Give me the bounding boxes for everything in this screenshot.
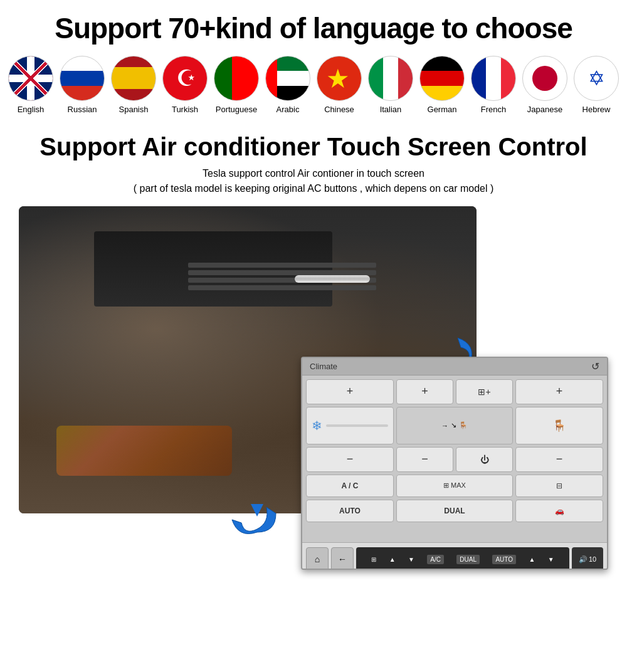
rear-vent-btn[interactable]: 🚗	[515, 500, 603, 522]
lang-german: German	[416, 105, 468, 114]
footer-ac-label: A/C	[427, 555, 444, 564]
ac-section: Support Air conditioner Touch Screen Con…	[19, 133, 608, 196]
image-section: Climate ↺ + ❄ − A / C AUTO	[19, 206, 608, 570]
seat-heat-area[interactable]: → ↘ 🪑	[396, 407, 513, 444]
temp-left-plus-btn[interactable]: +	[306, 379, 394, 404]
temp-right-plus-btn[interactable]: +	[515, 379, 603, 404]
ac-subtitle-1: Tesla support control Air contioner in t…	[19, 166, 608, 181]
lang-hebrew: Hebrew	[571, 105, 622, 114]
climate-label: Climate	[310, 362, 337, 371]
seat-icon: 🪑	[459, 421, 468, 429]
up-arrow-2-icon: ▲	[529, 556, 535, 563]
temp-left-minus-btn[interactable]: −	[306, 447, 394, 472]
ac-vent-area	[94, 231, 332, 307]
climate-footer: ⌂ ← ⊞ ▲ ▼ A/C DUAL AUTO ▲ ▼ 🔊 10	[302, 542, 607, 570]
svg-marker-1	[251, 504, 263, 517]
flag-italy	[368, 56, 413, 101]
lang-italian: Italian	[365, 105, 416, 114]
chrome-handle	[295, 275, 370, 283]
wood-trim	[56, 426, 232, 476]
direction-right-icon: →	[441, 422, 448, 429]
footer-auto-label: AUTO	[492, 555, 516, 564]
lang-portuguese: Portuguese	[211, 105, 262, 114]
flag-japan	[522, 56, 567, 101]
fan-speed-control[interactable]: ❄	[306, 407, 394, 444]
flag-france	[471, 56, 516, 101]
climate-right-col: + 🪑 − ⊟ 🚗	[515, 379, 603, 538]
temp-right-minus-btn[interactable]: −	[515, 447, 603, 472]
power-btn[interactable]: ⏻	[456, 447, 513, 472]
flags-section	[19, 56, 608, 101]
dual-btn[interactable]: DUAL	[396, 500, 513, 522]
climate-body: + ❄ − A / C AUTO + ⊞+ →	[302, 375, 607, 542]
home-btn[interactable]: ⌂	[306, 547, 329, 570]
flag-israel	[574, 56, 619, 101]
climate-left-col: + ❄ − A / C AUTO	[306, 379, 394, 538]
flag-uae	[265, 56, 310, 101]
down-arrow-2-icon: ▼	[548, 556, 554, 563]
defrost-footer-icon: ⊞	[371, 556, 376, 563]
flag-china	[317, 56, 362, 101]
down-arrow-icon: ▼	[408, 556, 414, 563]
flag-germany	[419, 56, 465, 101]
defrost-plus-btn[interactable]: ⊞+	[456, 379, 513, 404]
back-icon[interactable]: ↺	[591, 360, 599, 372]
center-minus-btn[interactable]: −	[396, 447, 453, 472]
lang-turkish: Turkish	[159, 105, 211, 114]
lang-chinese: Chinese	[314, 105, 365, 114]
lang-russian: Russian	[56, 105, 108, 114]
flag-uk	[8, 56, 53, 101]
auto-btn[interactable]: AUTO	[306, 500, 394, 522]
climate-center-col: + ⊞+ → ↘ 🪑 − ⏻ ⊞ MAX DUAL	[396, 379, 513, 538]
ac-subtitle-2: ( part of tesla model is keeping origina…	[19, 181, 608, 196]
language-labels: English Russian Spanish Turkish Portugue…	[19, 105, 608, 114]
nav-back-btn[interactable]: ←	[331, 547, 354, 570]
defrost-max-btn[interactable]: ⊞ MAX	[396, 475, 513, 497]
title-section: Support 70+kind of language to choose	[19, 13, 608, 45]
volume-level: 10	[589, 555, 596, 563]
up-arrow-icon: ▲	[389, 556, 396, 563]
direction-down-icon: ↘	[451, 421, 456, 429]
lang-japanese: Japanese	[519, 105, 571, 114]
flag-turkey	[162, 56, 208, 101]
climate-control-ui: Climate ↺ + ❄ − A / C AUTO	[301, 357, 608, 570]
ac-status-display: ⊞ ▲ ▼ A/C DUAL AUTO ▲ ▼	[356, 547, 569, 570]
blue-arrow-down-icon	[226, 482, 288, 545]
climate-header: Climate ↺	[302, 358, 607, 375]
center-minus-row: − ⏻	[396, 447, 513, 472]
rear-defrost-btn[interactable]: ⊟	[515, 475, 603, 497]
vent-slat	[188, 285, 376, 290]
ac-title: Support Air conditioner Touch Screen Con…	[19, 133, 608, 161]
vent-slat	[188, 263, 376, 268]
center-plus-btn[interactable]: +	[396, 379, 453, 404]
vent-slat	[188, 270, 376, 275]
volume-btn[interactable]: 🔊 10	[572, 547, 603, 570]
lang-french: French	[468, 105, 519, 114]
fan-icon: ❄	[312, 418, 322, 433]
lang-spanish: Spanish	[108, 105, 159, 114]
flag-spain	[111, 56, 156, 101]
footer-dual-label: DUAL	[456, 555, 480, 564]
lang-english: English	[5, 105, 56, 114]
lang-arabic: Arabic	[262, 105, 314, 114]
page-wrapper: Support 70+kind of language to choose En…	[0, 0, 627, 582]
defrost-row: + ⊞+	[396, 379, 513, 404]
defrost-max-icon: ⊞ MAX	[443, 481, 466, 490]
seat-right-btn[interactable]: 🪑	[515, 407, 603, 444]
volume-icon: 🔊	[579, 555, 587, 564]
ac-toggle-btn[interactable]: A / C	[306, 475, 394, 497]
page-title: Support 70+kind of language to choose	[19, 13, 608, 45]
flag-portugal	[214, 56, 259, 101]
flag-russia	[60, 56, 105, 101]
fan-slider[interactable]	[326, 424, 388, 427]
